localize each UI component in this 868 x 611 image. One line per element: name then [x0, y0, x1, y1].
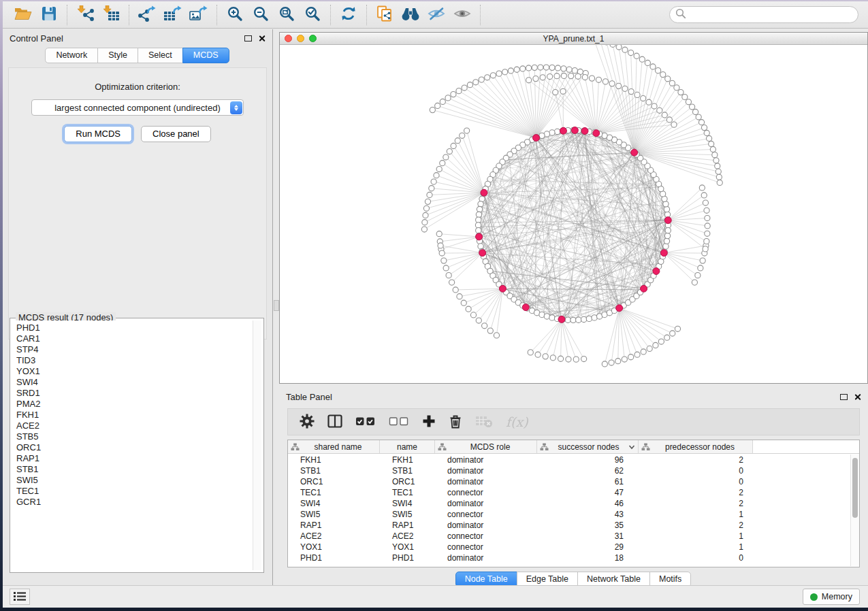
first-neighbors-button[interactable] [399, 5, 422, 25]
delete-column-button[interactable] [449, 414, 462, 431]
mcds-hub-node [481, 189, 487, 196]
result-node-item[interactable]: STB5 [16, 431, 253, 442]
search-box[interactable] [669, 6, 858, 23]
result-node-item[interactable]: ORC1 [16, 442, 253, 453]
tab-select[interactable]: Select [138, 48, 183, 63]
result-node-item[interactable]: SRD1 [16, 388, 253, 399]
table-row[interactable]: SWI4SWI4dominator462 [288, 498, 850, 509]
search-input[interactable] [690, 10, 852, 20]
table-panel: Table Panel f(x) shared namenameMCDS rol… [279, 388, 868, 585]
mcds-panel: Optimization criterion: largest connecte… [8, 67, 267, 340]
table-row[interactable]: PHD1PHD1dominator180 [288, 552, 850, 563]
delete-table-button [475, 414, 493, 430]
cell: PHD1 [288, 553, 380, 563]
mcds-hub-node [593, 130, 600, 137]
zoom-in-button[interactable] [223, 5, 246, 25]
table-row[interactable]: SWI5SWI5connector431 [288, 509, 850, 520]
cell: ORC1 [288, 477, 380, 486]
add-column-button[interactable] [422, 414, 436, 430]
zoom-fit-button[interactable] [275, 5, 298, 25]
cell: 1 [639, 542, 753, 552]
column-label: shared name [300, 442, 376, 452]
check-all-icon [355, 416, 376, 429]
column-header-mcds-role[interactable]: MCDS role [435, 440, 537, 453]
export-network-button[interactable] [135, 5, 159, 25]
show-column-panel-button[interactable] [327, 414, 342, 430]
memory-button[interactable]: Memory [803, 589, 860, 605]
cell: 1 [639, 510, 753, 519]
result-node-item[interactable]: CAR1 [16, 333, 253, 344]
cell: TEC1 [288, 488, 380, 497]
tab-mcds[interactable]: MCDS [182, 48, 229, 63]
column-header-shared-name[interactable]: shared name [288, 440, 380, 453]
memory-status-icon [810, 593, 818, 601]
close-panel-icon[interactable] [258, 35, 266, 42]
list-view-button[interactable] [10, 589, 30, 605]
result-node-item[interactable]: PHD1 [16, 323, 253, 333]
result-node-item[interactable]: RAP1 [16, 453, 253, 464]
result-node-item[interactable]: SWI5 [16, 475, 253, 486]
import-network-button[interactable] [74, 5, 97, 25]
column-header-predecessor-nodes[interactable]: predecessor nodes [639, 440, 753, 453]
result-node-item[interactable]: SWI4 [16, 377, 253, 388]
plus-icon [422, 414, 436, 430]
zoom-out-button[interactable] [249, 5, 272, 25]
result-node-item[interactable]: FKH1 [16, 410, 253, 420]
table-row[interactable]: TEC1TEC1connector472 [288, 487, 850, 498]
save-session-button[interactable] [37, 5, 61, 25]
open-file-button[interactable] [12, 5, 35, 25]
mcds-result-list[interactable]: PHD1CAR1STP4TID3YOX1SWI4SRD1PMA2FKH1ACE2… [12, 320, 253, 570]
table-row[interactable]: RAP1RAP1dominator352 [288, 520, 850, 531]
zoom-selected-button[interactable] [301, 5, 324, 25]
result-node-item[interactable]: GCR1 [16, 497, 253, 508]
import-table-button[interactable] [99, 5, 123, 25]
columns-icon [327, 414, 342, 430]
table-row[interactable]: YOX1YOX1connector291 [288, 542, 850, 552]
import-table-icon [101, 5, 120, 24]
criterion-select[interactable]: largest connected component (undirected) [31, 99, 244, 116]
run-mcds-button[interactable]: Run MCDS [64, 126, 132, 142]
desktop-background: Control Panel NetworkStyleSelectMCDS Opt… [0, 0, 868, 611]
table-scrollbar-thumb[interactable] [852, 458, 858, 518]
result-node-item[interactable]: PMA2 [16, 399, 253, 410]
result-node-item[interactable]: STB1 [16, 464, 253, 475]
float-panel-icon[interactable] [244, 35, 252, 42]
refresh-button[interactable] [337, 5, 360, 25]
select-all-button[interactable] [355, 416, 376, 429]
close-table-panel-icon[interactable] [854, 393, 861, 401]
cell: 61 [537, 477, 639, 486]
cell: TEC1 [380, 488, 435, 497]
export-table-button[interactable] [161, 5, 184, 25]
column-header-successor-nodes[interactable]: successor nodes [537, 440, 639, 453]
table-row[interactable]: FKH1FKH1dominator962 [288, 455, 850, 465]
cell: dominator [435, 455, 537, 465]
result-list-scrollbar[interactable] [253, 320, 261, 570]
splitter-grip[interactable] [274, 300, 279, 311]
hide-selected-button[interactable] [425, 5, 448, 25]
network-canvas[interactable] [280, 45, 867, 383]
tab-style[interactable]: Style [97, 48, 138, 63]
column-header-name[interactable]: name [380, 440, 435, 453]
export-image-button[interactable] [187, 5, 210, 25]
deselect-all-button[interactable] [389, 416, 409, 429]
network-window-titlebar[interactable]: YPA_prune.txt_1 [280, 33, 867, 45]
tab-network[interactable]: Network [45, 48, 98, 63]
result-node-item[interactable]: TEC1 [16, 486, 253, 497]
duplicate-network-button[interactable] [373, 5, 396, 25]
network-graph[interactable] [280, 45, 867, 383]
table-row[interactable]: STB1STB1dominator620 [288, 465, 850, 476]
table-settings-button[interactable] [300, 414, 315, 431]
float-table-panel-icon[interactable] [840, 394, 848, 400]
table-row[interactable]: ACE2ACE2connector311 [288, 531, 850, 542]
cell: PHD1 [380, 553, 435, 563]
result-node-item[interactable]: YOX1 [16, 366, 253, 377]
table-scrollbar[interactable] [850, 455, 859, 566]
mcds-hub-node [533, 135, 540, 142]
table-row[interactable]: ORC1ORC1dominator610 [288, 476, 850, 487]
close-panel-button[interactable]: Close panel [141, 126, 211, 142]
result-node-item[interactable]: TID3 [16, 355, 253, 366]
show-all-button[interactable] [451, 5, 474, 25]
result-node-item[interactable]: ACE2 [16, 420, 253, 431]
result-node-item[interactable]: STP4 [16, 344, 253, 355]
save-icon [42, 6, 57, 23]
